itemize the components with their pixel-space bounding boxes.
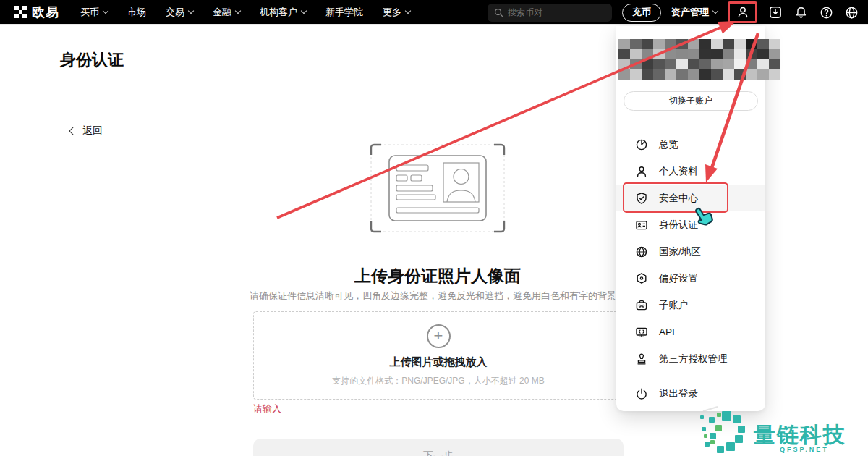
nav-item-buy-crypto[interactable]: 买币 — [80, 6, 108, 19]
menu-item-profile[interactable]: 个人资料 — [616, 158, 765, 185]
chevron-down-icon — [712, 8, 718, 14]
menu-divider — [624, 376, 758, 376]
profile-annotation-redbox — [728, 1, 757, 23]
menu-item-logout[interactable]: 退出登录 — [616, 380, 765, 407]
upload-tip: 请确保证件信息清晰可见，四角及边缘完整，避免反光和遮挡，避免用白色和有字的背景。 — [199, 290, 676, 303]
menu-item-overview[interactable]: 总览 — [616, 131, 765, 158]
menu-item-security-center[interactable]: 安全中心 — [616, 185, 765, 211]
menu-item-country-region[interactable]: 国家/地区 — [616, 238, 765, 265]
chevron-down-icon — [301, 7, 307, 13]
primary-nav: 买币 市场 交易 金融 机构客户 新手学院 更多 — [80, 6, 410, 19]
nav-item-finance[interactable]: 金融 — [213, 6, 240, 19]
account-menu-list: 总览 个人资料 安全中心 — [616, 131, 765, 407]
chevron-down-icon — [405, 7, 411, 13]
menu-item-third-party-auth[interactable]: 第三方授权管理 — [616, 345, 765, 372]
dropzone-formats: 支持的文件格式：PNG/JPEG/JPG，大小不超过 20 MB — [332, 375, 544, 387]
menu-item-preferences[interactable]: 偏好设置 — [616, 265, 765, 292]
chevron-down-icon — [188, 7, 194, 13]
dropdown-divider — [624, 127, 758, 127]
dropzone-label: 上传图片或拖拽放入 — [390, 355, 488, 369]
chevron-left-icon — [69, 127, 77, 135]
back-button[interactable]: 返回 — [70, 124, 103, 138]
brand-name: 欧易 — [32, 4, 59, 21]
nav-item-academy[interactable]: 新手学院 — [326, 6, 363, 19]
okx-brand[interactable]: 欧易 — [14, 4, 69, 21]
page-title: 身份认证 — [60, 49, 124, 71]
deposit-button[interactable]: 充币 — [622, 4, 661, 22]
upload-heading: 上传身份证照片人像面 — [221, 265, 655, 287]
top-navbar: 欧易 买币 市场 交易 金融 机构客户 新手学院 更多 搜索币对 充币 资产管理 — [0, 0, 868, 25]
okx-logo-icon — [14, 6, 27, 18]
redacted-account-mosaic — [618, 39, 780, 80]
assets-menu-button[interactable]: 资产管理 — [671, 6, 718, 19]
api-monitor-icon — [635, 326, 648, 339]
chevron-down-icon — [103, 7, 109, 13]
profile-icon[interactable] — [735, 4, 751, 20]
shield-check-icon — [635, 192, 648, 205]
chevron-down-icon — [235, 7, 241, 13]
logout-power-icon — [635, 387, 648, 400]
plus-icon: + — [427, 324, 451, 348]
stamp-icon — [635, 352, 648, 366]
help-icon[interactable] — [819, 5, 834, 20]
watermark-logo-icon — [693, 405, 751, 456]
overview-pie-icon — [635, 138, 648, 151]
nav-item-markets[interactable]: 市场 — [127, 6, 146, 19]
search-input[interactable]: 搜索币对 — [488, 4, 612, 22]
nav-item-more[interactable]: 更多 — [383, 6, 410, 19]
id-card-illustration — [369, 143, 506, 234]
person-icon — [635, 165, 648, 178]
menu-item-api[interactable]: API — [616, 318, 765, 345]
id-card-icon — [635, 219, 648, 232]
watermark: 量链科技 QFSP.NET — [693, 405, 868, 456]
next-step-button[interactable]: 下一步 — [253, 439, 624, 456]
navbar-right-cluster: 搜索币对 充币 资产管理 — [488, 0, 859, 25]
okx-identity-verification-page: 欧易 买币 市场 交易 金融 机构客户 新手学院 更多 搜索币对 充币 资产管理 — [0, 0, 868, 456]
globe-icon — [635, 245, 648, 258]
brand-divider — [69, 7, 69, 17]
search-icon — [494, 8, 503, 17]
search-placeholder: 搜索币对 — [508, 7, 542, 19]
upload-dropzone[interactable]: + 上传图片或拖拽放入 支持的文件格式：PNG/JPEG/JPG，大小不超过 2… — [253, 311, 624, 400]
menu-item-identity-verification[interactable]: 身份认证 — [616, 211, 765, 238]
account-dropdown-panel: 切换子账户 总览 个人资料 — [616, 26, 765, 411]
watermark-domain: QFSP.NET — [780, 446, 829, 453]
download-app-icon[interactable] — [767, 4, 783, 20]
nav-item-trade[interactable]: 交易 — [166, 6, 193, 19]
validation-error-text: 请输入 — [253, 402, 281, 415]
notifications-bell-icon[interactable] — [793, 5, 809, 20]
preferences-hexagon-icon — [635, 272, 648, 285]
language-globe-icon[interactable] — [844, 5, 859, 20]
nav-item-institutional[interactable]: 机构客户 — [260, 6, 306, 19]
switch-subaccount-button[interactable]: 切换子账户 — [624, 91, 758, 111]
subaccount-wallet-icon — [635, 299, 648, 312]
menu-item-subaccounts[interactable]: 子账户 — [616, 292, 765, 318]
